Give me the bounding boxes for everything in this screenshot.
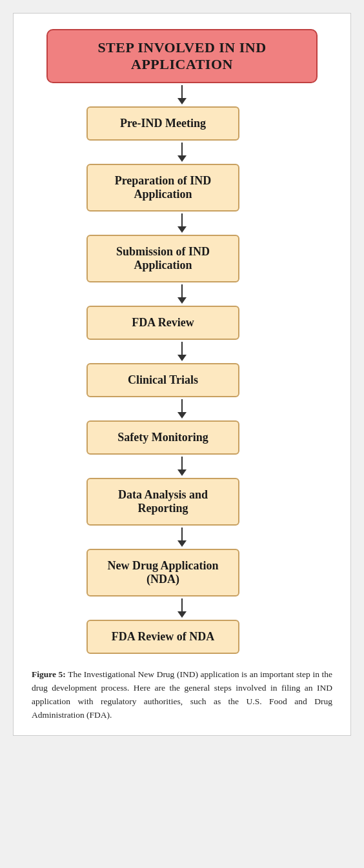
title-box: STEP INVOLVED IN IND APPLICATION (46, 29, 317, 83)
title-text: STEP INVOLVED IN IND APPLICATION (97, 39, 266, 72)
step-box-fda-review: FDA Review (86, 306, 239, 340)
step-box-submission: Submission of IND Application (86, 235, 239, 282)
arrow-6 (86, 397, 277, 420)
arrow-9 (86, 597, 277, 620)
caption-text: The Investigational New Drug (IND) appli… (32, 669, 332, 720)
figure-caption: Figure 5: The Investigational New Drug (… (32, 668, 332, 722)
step-box-pre-ind-meeting: Pre-IND Meeting (86, 106, 239, 141)
arrow-5 (86, 340, 277, 363)
step-box-clinical-trials: Clinical Trials (86, 363, 239, 397)
step-box-safety-monitoring: Safety Monitoring (86, 420, 239, 455)
arrow-3 (86, 212, 277, 235)
page-container: STEP INVOLVED IN IND APPLICATION Pre-IND… (13, 13, 351, 736)
arrow-7 (86, 455, 277, 478)
steps-container: Pre-IND MeetingPreparation of IND Applic… (86, 83, 277, 654)
arrow-1 (86, 83, 277, 106)
caption-label: Figure 5: (32, 669, 66, 679)
arrow-2 (86, 141, 277, 164)
arrow-4 (86, 282, 277, 306)
flowchart: STEP INVOLVED IN IND APPLICATION Pre-IND… (32, 29, 332, 654)
step-box-data-analysis: Data Analysis and Reporting (86, 478, 239, 526)
step-box-fda-review-nda: FDA Review of NDA (86, 620, 239, 654)
arrow-8 (86, 526, 277, 549)
step-box-preparation: Preparation of IND Application (86, 164, 239, 212)
step-box-nda: New Drug Application (NDA) (86, 549, 239, 597)
